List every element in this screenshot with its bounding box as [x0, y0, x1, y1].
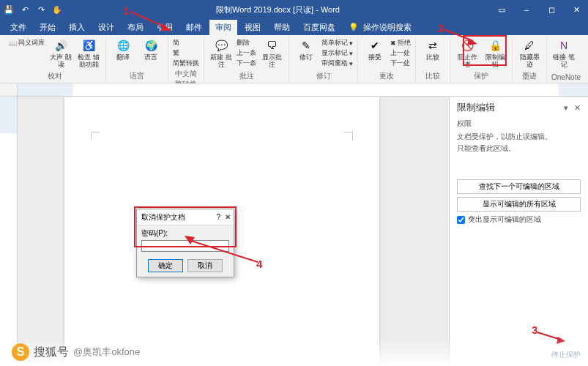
- tab-layout[interactable]: 布局: [122, 20, 149, 35]
- tab-home[interactable]: 开始: [34, 20, 62, 35]
- new-comment-button[interactable]: 💬新建 批注: [209, 38, 234, 68]
- compare-button[interactable]: ⇄比较: [420, 38, 445, 61]
- dialog-title: 取消保护文档: [141, 212, 185, 223]
- pencil-icon: ✎: [299, 38, 313, 53]
- group-label: 语言: [111, 70, 163, 83]
- group-label: 批注: [209, 70, 284, 83]
- maximize-icon[interactable]: ◻: [543, 5, 560, 15]
- tab-file[interactable]: 文件: [4, 20, 32, 35]
- cancel-button[interactable]: 取消: [187, 259, 223, 272]
- password-label: 密码(P):: [141, 228, 229, 239]
- touch-mode-icon[interactable]: ✋: [51, 4, 63, 15]
- group-label: OneNote: [551, 72, 581, 83]
- watermark-author: @奥凯丰okfone: [73, 346, 140, 359]
- tab-references[interactable]: 引用: [151, 20, 179, 35]
- find-next-region-button[interactable]: 查找下一个可编辑的区域: [457, 179, 581, 194]
- tell-me-label: 操作说明搜索: [363, 22, 412, 33]
- group-compare: ⇄比较 比较: [416, 37, 450, 83]
- group-label: 修订: [294, 70, 353, 83]
- tab-review[interactable]: 审阅: [209, 20, 237, 35]
- prev-change-button[interactable]: 上一处: [390, 48, 411, 58]
- close-icon[interactable]: ✕: [567, 5, 585, 15]
- accessibility-button[interactable]: ♿检查 辅助功能: [76, 38, 101, 68]
- next-change-button[interactable]: 下一处: [390, 59, 411, 68]
- prev-comment-button[interactable]: 上一条: [237, 48, 256, 58]
- annotation-2: 2: [438, 22, 444, 34]
- show-comments-button[interactable]: 🗨显示批注: [259, 38, 284, 68]
- tell-me[interactable]: 💡 操作说明搜索: [349, 22, 412, 33]
- horizontal-ruler: [0, 83, 588, 97]
- track-changes-button[interactable]: ✎修订: [294, 38, 319, 61]
- panel-close-icon[interactable]: ✕: [574, 103, 581, 113]
- group-onenote: N链接 笔记 OneNote: [547, 37, 585, 83]
- ribbon-tabs: 文件 开始 插入 设计 布局 引用 邮件 审阅 视图 帮助 百度网盘 💡 操作说…: [0, 19, 588, 35]
- group-label: 墨迹: [517, 70, 542, 83]
- read-aloud-button[interactable]: 🔊大声 朗读: [48, 38, 73, 68]
- highlight-regions-checkbox[interactable]: 突出显示可编辑的区域: [457, 214, 581, 225]
- tab-design[interactable]: 设计: [92, 20, 120, 35]
- highlight-checkbox-label: 突出显示可编辑的区域: [468, 214, 541, 225]
- convert-button[interactable]: 简繁转换: [173, 59, 199, 68]
- annotation-1: 1: [123, 4, 129, 17]
- window-controls: ▭ – ◻ ✕: [493, 5, 585, 15]
- group-protect: 🚫阻止作者 🔒限制编辑 保护: [450, 37, 513, 83]
- block-authors-button[interactable]: 🚫阻止作者: [455, 38, 480, 68]
- group-label: 更改: [362, 70, 411, 83]
- globe-icon: 🌍: [144, 38, 158, 53]
- book-icon: 📖: [9, 40, 17, 47]
- protect-msg-2: 只能查看此区域。: [457, 143, 581, 154]
- to-traditional-button[interactable]: 繁: [173, 48, 199, 58]
- group-label: 保护: [455, 70, 507, 83]
- x-icon: ✖: [390, 40, 396, 47]
- watermark-brand: 搜狐号: [34, 345, 69, 360]
- display-mode-select[interactable]: 简单标记 ▾: [321, 38, 353, 48]
- watermark: S 搜狐号 @奥凯丰okfone: [0, 338, 588, 366]
- panel-dropdown-icon[interactable]: ▾: [564, 103, 568, 113]
- restrict-editing-button[interactable]: 🔒限制编辑: [483, 38, 507, 68]
- group-comments: 💬新建 批注 删除 上一条 下一条 🗨显示批注 批注: [204, 37, 289, 83]
- onenote-icon: N: [557, 38, 571, 53]
- to-simplified-button[interactable]: 简: [173, 38, 199, 48]
- delete-comment-button[interactable]: 删除: [237, 38, 256, 48]
- lightbulb-icon: 💡: [349, 23, 359, 32]
- linked-notes-button[interactable]: N链接 笔记: [551, 38, 576, 68]
- show-all-regions-button[interactable]: 显示可编辑的所有区域: [457, 197, 581, 212]
- tab-insert[interactable]: 插入: [63, 20, 91, 35]
- restrict-editing-panel: 限制编辑 ▾ ✕ 权限 文档受保护，以防止误编辑。 只能查看此区域。 查找下一个…: [449, 97, 588, 366]
- redo-icon[interactable]: ↷: [35, 4, 47, 15]
- reviewing-pane-button[interactable]: 审阅窗格 ▾: [321, 59, 353, 68]
- speaker-icon: 🔊: [53, 38, 68, 53]
- translate-button[interactable]: 🌐翻译: [111, 38, 135, 61]
- dialog-close-icon[interactable]: ✕: [225, 213, 231, 221]
- tab-mailings[interactable]: 邮件: [180, 20, 208, 35]
- group-changes: ✔接受 ✖拒绝 上一处 下一处 更改: [358, 37, 416, 83]
- dialog-help-icon[interactable]: ?: [216, 213, 220, 221]
- ink-icon: 🖊: [522, 38, 537, 53]
- group-tracking: ✎修订 简单标记 ▾ 显示标记 ▾ 审阅窗格 ▾ 修订: [289, 37, 358, 83]
- show-markup-button[interactable]: 显示标记 ▾: [321, 48, 353, 58]
- comments-icon: 🗨: [264, 38, 279, 53]
- tab-view[interactable]: 视图: [239, 20, 267, 35]
- annotation-3: 3: [532, 324, 537, 336]
- thesaurus-button[interactable]: 📖同义词库: [9, 38, 45, 48]
- unprotect-dialog: 取消保护文档 ? ✕ 密码(P): 确定 取消: [136, 209, 234, 277]
- next-comment-button[interactable]: 下一条: [237, 59, 256, 68]
- tab-baidu[interactable]: 百度网盘: [297, 20, 341, 35]
- highlight-checkbox-input[interactable]: [457, 216, 465, 224]
- ok-button[interactable]: 确定: [148, 259, 183, 272]
- password-input[interactable]: [141, 240, 229, 252]
- group-chinese-conv: 简 繁 简繁转换 中文简繁转换: [168, 37, 204, 83]
- ribbon: 📖同义词库 🔊大声 朗读 ♿检查 辅助功能 校对 🌐翻译 🌍语言 语言 简 繁 …: [0, 35, 588, 83]
- group-proofing: 📖同义词库 🔊大声 朗读 ♿检查 辅助功能 校对: [4, 37, 106, 83]
- group-label: 校对: [9, 70, 101, 83]
- ribbon-options-icon[interactable]: ▭: [493, 5, 510, 15]
- tab-help[interactable]: 帮助: [268, 20, 296, 35]
- document-area[interactable]: 取消保护文档 ? ✕ 密码(P): 确定 取消 4: [18, 97, 449, 366]
- minimize-icon[interactable]: –: [518, 5, 535, 15]
- undo-icon[interactable]: ↶: [19, 4, 31, 15]
- language-button[interactable]: 🌍语言: [138, 38, 163, 61]
- reject-button[interactable]: ✖拒绝: [390, 38, 411, 48]
- save-icon[interactable]: 💾: [3, 4, 15, 15]
- hide-ink-button[interactable]: 🖊隐藏墨 迹: [517, 38, 542, 68]
- accept-button[interactable]: ✔接受: [362, 38, 387, 61]
